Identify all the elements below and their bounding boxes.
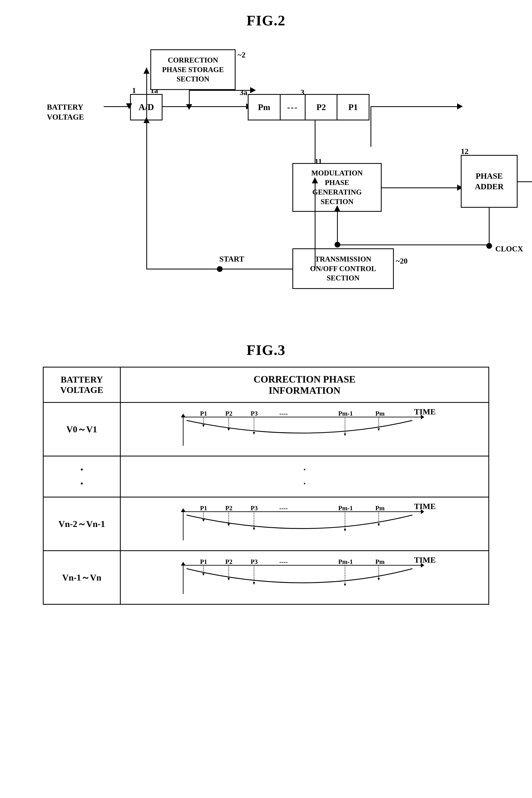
svg-marker-25 (253, 432, 255, 435)
label-1: 1 (132, 86, 136, 95)
transmission-block: TRANSMISSIONON/OFF CONTROLSECTION (292, 248, 394, 289)
svg-marker-2 (186, 104, 192, 110)
svg-marker-40 (202, 519, 205, 522)
svg-marker-10 (312, 177, 318, 183)
svg-text:Pm-1: Pm-1 (338, 410, 353, 417)
svg-marker-74 (378, 578, 380, 580)
clocx-label: CLOCX (495, 244, 523, 253)
svg-marker-8 (334, 205, 340, 211)
label-2: ~2 (238, 50, 246, 59)
svg-text:P3: P3 (251, 410, 258, 417)
chart-svg-1: TIME P1 (127, 407, 482, 451)
fig3-table: BATTERYVOLTAGE CORRECTION PHASEINFORMATI… (43, 367, 489, 605)
svg-text:TIME: TIME (414, 407, 436, 416)
svg-text:Pm-1: Pm-1 (338, 505, 353, 512)
svg-marker-46 (253, 528, 255, 530)
header-correction: CORRECTION PHASEINFORMATION (120, 367, 489, 402)
svg-text:P2: P2 (225, 410, 232, 417)
chart-vn2vn1: TIME P1 P2 P3 (120, 497, 489, 551)
svg-marker-71 (344, 584, 346, 586)
svg-text:P1: P1 (200, 410, 207, 417)
svg-text:P1: P1 (200, 558, 207, 565)
label-20: ~20 (396, 256, 407, 266)
svg-marker-50 (344, 529, 346, 531)
start-label: START (219, 254, 244, 264)
svg-text:----: ---- (279, 558, 288, 565)
svg-marker-64 (227, 578, 230, 580)
dots-battery: ·· (43, 456, 120, 497)
modulation-block: MODULATIONPHASEGENERATINGSECTION (292, 163, 382, 212)
svg-text:----: ---- (279, 410, 288, 417)
header-battery: BATTERYVOLTAGE (43, 367, 120, 402)
table-row-1: V0～V1 TIME (43, 402, 489, 456)
svg-text:P2: P2 (225, 558, 232, 565)
svg-text:P1: P1 (200, 505, 207, 512)
svg-text:P2: P2 (225, 505, 232, 512)
svg-marker-16 (181, 414, 186, 417)
svg-text:P3: P3 (251, 505, 258, 512)
chart-v0v1: TIME P1 (120, 402, 489, 456)
table-row-dots: ·· ·· (43, 456, 489, 497)
svg-text:Pm-1: Pm-1 (338, 558, 353, 565)
svg-marker-19 (202, 424, 205, 427)
register-block: Pm --- P2 P1 (248, 94, 369, 121)
fig2-title: FIG.2 (247, 12, 285, 29)
svg-marker-29 (344, 433, 346, 436)
battery-voltage-label: BATTERYVOLTAGE (47, 102, 84, 122)
svg-text:TIME: TIME (414, 502, 436, 511)
svg-marker-53 (378, 524, 380, 526)
svg-text:Pm: Pm (375, 410, 385, 417)
chart-svg-3: TIME P1 P2 P3 (127, 555, 482, 599)
svg-marker-43 (227, 524, 230, 526)
svg-text:Pm: Pm (375, 558, 385, 565)
phase-adder-block: PHASEADDER (461, 155, 518, 208)
voltage-v0v1: V0～V1 (43, 402, 120, 456)
svg-marker-11 (250, 87, 256, 93)
svg-marker-32 (378, 429, 380, 431)
fig2-diagram: BATTERYVOLTAGE 1 1a A/D CORRECTIONPHASE … (43, 37, 489, 322)
fig3-title: FIG.3 (247, 342, 285, 359)
label-3a: 3a (240, 88, 247, 97)
dots-correction: ·· (120, 456, 489, 497)
svg-marker-61 (202, 573, 205, 576)
svg-text:TIME: TIME (414, 555, 436, 564)
svg-text:----: ---- (279, 505, 288, 512)
voltage-vn1vn: Vn-1～Vn (43, 551, 120, 604)
label-12: 12 (461, 147, 469, 156)
table-header-row: BATTERYVOLTAGE CORRECTION PHASEINFORMATI… (43, 367, 489, 402)
table-row-vn2: Vn-2～Vn-1 TIME P1 P2 (43, 497, 489, 551)
voltage-vn2vn1: Vn-2～Vn-1 (43, 497, 120, 551)
svg-marker-0 (126, 103, 132, 109)
svg-marker-37 (181, 508, 186, 512)
chart-vn1vn: TIME P1 P2 P3 (120, 551, 489, 604)
svg-text:P3: P3 (251, 558, 258, 565)
correction-phase-storage-block: CORRECTIONPHASE STORAGESECTION (150, 49, 235, 90)
svg-marker-58 (181, 562, 186, 565)
svg-marker-4 (457, 103, 463, 109)
svg-marker-67 (253, 582, 255, 585)
fig3-container: BATTERYVOLTAGE CORRECTION PHASEINFORMATI… (43, 367, 489, 605)
chart-svg-2: TIME P1 P2 P3 (127, 502, 482, 545)
svg-marker-9 (144, 117, 150, 123)
svg-text:Pm: Pm (375, 505, 385, 512)
table-row-vn1vn: Vn-1～Vn TIME P1 P2 (43, 551, 489, 604)
svg-marker-22 (227, 429, 230, 431)
